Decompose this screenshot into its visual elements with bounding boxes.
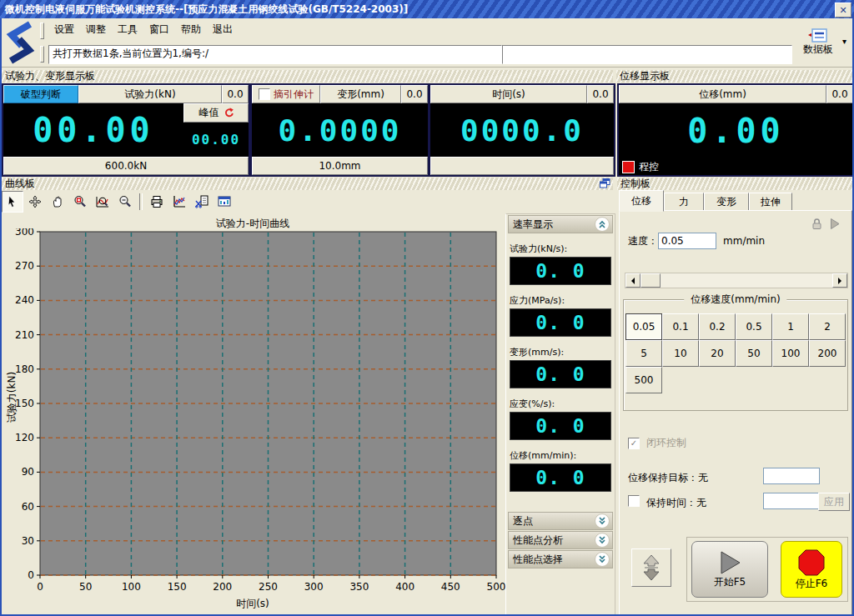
deform-header-button[interactable]: 变形(mm) [320,85,401,103]
collapsed-panel-逐点[interactable]: 逐点 [508,512,613,530]
force-range-label: 600.0kN [3,157,249,175]
toolbar-zoom-out-button[interactable] [114,191,136,213]
collapse-up-button[interactable] [595,217,610,232]
app-logo-icon [4,21,36,64]
control-panel-title: 控制板 [617,178,852,190]
extensometer-checkbox[interactable] [259,88,270,100]
speed-preset-button[interactable]: 500 [625,367,662,393]
speed-preset-button[interactable]: 0.5 [736,313,772,340]
svg-text:100: 100 [122,581,141,593]
menu-item[interactable]: 退出 [207,21,239,38]
databoard-button[interactable]: 数据板 [794,20,842,65]
jog-button[interactable] [631,548,671,587]
svg-text:50: 50 [79,581,92,593]
toolbar-copy-curve-button[interactable] [191,191,213,213]
speed-preset-button[interactable]: 20 [699,340,736,367]
menu-item[interactable]: 帮助 [175,21,207,38]
collapsed-panel-性能点选择[interactable]: 性能点选择 [508,550,613,568]
speed-preset-button[interactable]: 200 [809,340,846,367]
tab-力[interactable]: 力 [664,193,704,212]
peak-reset-button[interactable]: 峰值 [183,103,249,123]
collapsed-panel-性能点分析[interactable]: 性能点分析 [508,531,613,549]
speed-preset-button[interactable]: 10 [662,340,699,367]
collapse-down-button[interactable] [595,533,610,548]
speed-preset-button[interactable]: 100 [772,340,809,367]
collapse-down-button[interactable] [595,552,610,567]
fracture-mode-button[interactable]: 破型判断 [3,85,78,103]
speed-preset-button[interactable]: 0.05 [625,313,662,340]
speed-preset-button[interactable]: 5 [625,340,662,367]
svg-text:350: 350 [349,581,369,593]
rate-panel-title: 速率显示 [513,218,553,232]
speed-preset-button[interactable]: 2 [809,313,846,340]
toolbar-pan-button[interactable] [24,191,46,213]
svg-text:0: 0 [37,581,43,593]
force-deform-panel-title: 试验力、变形显示板 [2,70,613,83]
status-grip[interactable] [40,46,44,63]
chart-area: 试验力-时间曲线 试验力(kN) 05010015020025030035040… [0,213,505,616]
toolbar-print-button[interactable] [146,191,168,213]
speed-preset-button[interactable]: 1 [772,313,809,340]
tab-位移[interactable]: 位移 [619,190,664,212]
deform-aux-value: 0.0 [401,85,428,103]
hand-icon [51,195,64,208]
svg-text:150: 150 [15,398,34,409]
toolbar-select-button[interactable] [2,191,23,213]
speed-row: 速度： mm/min [628,233,765,249]
copy-curve-icon [195,195,208,208]
close-button[interactable]: ✕ [835,3,851,18]
menu-item[interactable]: 工具 [112,21,143,38]
collapsed-panels: 逐点性能点分析性能点选择 [506,512,615,568]
speed-preset-button[interactable]: 50 [736,340,772,367]
hold-target-label: 位移保持目标：无 [628,471,708,485]
float-panel-icon[interactable] [600,178,610,188]
extensometer-checkbox-button[interactable]: 摘引伸计 [252,85,320,103]
hold-target-input[interactable] [763,468,820,484]
svg-text:500: 500 [487,581,505,593]
stop-octagon-icon [797,548,826,577]
rate-item-label: 变形(mm/s): [510,346,611,358]
displacement-display: 位移(mm) 0.0 0.00 程控 [617,83,854,177]
collapse-down-button[interactable] [595,513,610,528]
status-extra-field [502,45,792,64]
zoom-region-icon [96,195,109,208]
speed-preset-button[interactable]: 0.2 [699,313,736,340]
start-button[interactable]: 开始F5 [691,541,768,598]
hold-time-checkbox[interactable] [628,495,640,507]
scrollbar-right-button[interactable] [832,273,847,288]
chart-svg: 0501001502002503003504004505000306090120… [0,228,505,597]
speed-input[interactable] [658,233,716,249]
collapsed-panel-label: 逐点 [513,514,533,528]
displacement-header-button[interactable]: 位移(mm) [619,85,826,103]
hold-time-input[interactable] [763,493,820,509]
menu-item[interactable]: 窗口 [143,21,175,38]
menu-item[interactable]: 设置 [48,21,80,38]
scrollbar-thumb[interactable] [640,273,661,288]
start-play-icon [717,550,742,575]
scrollbar-left-button[interactable] [625,273,640,288]
svg-text:30: 30 [22,535,34,547]
time-header-button[interactable]: 时间(s) [430,85,587,103]
arrow-left-icon [628,278,635,284]
toolbar-zoom-region-button[interactable] [92,191,113,213]
databoard-dropdown-icon[interactable]: ▾ [842,37,846,46]
menu-grip[interactable] [40,23,44,39]
toolbar-data-window-button[interactable] [214,191,235,213]
toolbar-curve-options-button[interactable] [168,191,190,213]
force-header-button[interactable]: 试验力(kN) [78,85,222,103]
stop-button[interactable]: 停止F6 [781,541,842,598]
tab-变形[interactable]: 变形 [704,193,749,212]
toolbar-hand-button[interactable] [47,191,68,213]
rate-panel-header[interactable]: 速率显示 [508,215,613,233]
run-arrow-icon[interactable] [830,218,840,229]
speed-preset-button[interactable]: 0.1 [662,313,699,340]
displacement-mode-row: 程控 [619,158,853,175]
toolbar-zoom-in-button[interactable] [69,191,91,213]
tab-拉伸[interactable]: 拉伸 [749,193,792,212]
menu-item[interactable]: 调整 [80,21,112,38]
displacement-value-display: 0.00 [619,103,853,158]
closed-loop-checkbox[interactable]: ✓ [628,438,640,449]
closed-loop-label: 闭环控制 [646,436,686,450]
curve-panel: 曲线板 [0,177,615,616]
apply-button[interactable]: 应用 [818,493,850,511]
